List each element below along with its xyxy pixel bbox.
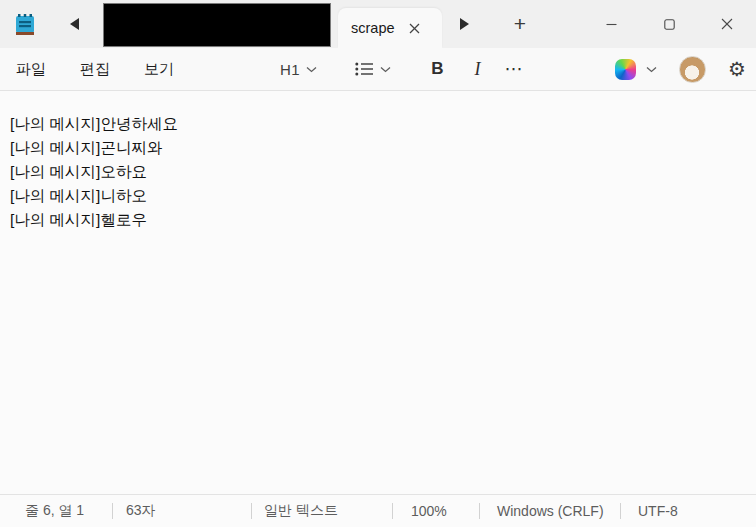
- heading-dropdown[interactable]: H1: [272, 54, 325, 84]
- redacted-tab[interactable]: [103, 3, 331, 47]
- close-icon: [721, 18, 733, 30]
- status-char-count: 63자: [113, 495, 251, 527]
- heading-label: H1: [280, 61, 300, 78]
- gear-icon[interactable]: ⚙: [728, 59, 746, 79]
- copilot-icon: [615, 59, 636, 80]
- editor-line: [나의 메시지]곤니찌와: [10, 136, 746, 160]
- editor-line: [나의 메시지]안녕하세요: [10, 112, 746, 136]
- status-zoom-level: 100%: [393, 495, 479, 527]
- status-doc-type: 일반 텍스트: [252, 495, 392, 527]
- user-avatar[interactable]: [679, 56, 706, 83]
- copilot-button[interactable]: [609, 55, 663, 84]
- italic-button[interactable]: I: [466, 54, 488, 84]
- list-dropdown[interactable]: [347, 54, 399, 84]
- bold-label: B: [431, 59, 443, 79]
- tab-scroll-right-button[interactable]: [452, 12, 476, 36]
- status-cursor-position: 줄 6, 열 1: [0, 495, 112, 527]
- ellipsis-icon: ⋯: [504, 64, 523, 74]
- status-encoding: UTF-8: [621, 495, 751, 527]
- notepad-window: scrape +: [0, 0, 756, 527]
- menu-edit[interactable]: 편집: [70, 54, 120, 85]
- tab-label: scrape: [351, 20, 397, 36]
- tab-close-button[interactable]: [403, 17, 425, 39]
- new-tab-button[interactable]: +: [506, 12, 534, 36]
- tab-scrape[interactable]: scrape: [338, 8, 442, 48]
- formatting-toolbar: H1 B: [272, 54, 531, 84]
- text-editor[interactable]: [나의 메시지]안녕하세요 [나의 메시지]곤니찌와 [나의 메시지]오하요 […: [0, 91, 756, 494]
- menu-view[interactable]: 보기: [134, 54, 184, 85]
- status-bar: 줄 6, 열 1 63자 일반 텍스트 100% Windows (CRLF) …: [0, 494, 756, 527]
- tab-scroll-left-button[interactable]: [62, 12, 86, 36]
- command-bar: 파일 편집 보기 H1: [0, 48, 756, 91]
- minimize-icon: [606, 19, 617, 30]
- toolbar-right-group: ⚙: [609, 55, 746, 84]
- status-line-ending: Windows (CRLF): [480, 495, 620, 527]
- chevron-down-icon: [306, 66, 317, 73]
- notepad-icon: [14, 13, 36, 37]
- bulleted-list-icon: [355, 62, 374, 76]
- close-icon: [409, 23, 420, 34]
- menu-bar: 파일 편집 보기: [6, 54, 184, 85]
- editor-line: [나의 메시지]오하요: [10, 160, 746, 184]
- maximize-icon: [664, 19, 675, 30]
- minimize-button[interactable]: [582, 0, 640, 48]
- triangle-right-icon: [460, 18, 469, 30]
- more-options-button[interactable]: ⋯: [496, 54, 531, 84]
- menu-file[interactable]: 파일: [6, 54, 56, 85]
- chevron-down-icon: [646, 66, 657, 73]
- triangle-left-icon: [70, 18, 79, 30]
- window-controls: [582, 0, 756, 48]
- editor-line: [나의 메시지]헬로우: [10, 208, 746, 232]
- italic-label: I: [474, 59, 480, 80]
- titlebar: scrape +: [0, 0, 756, 48]
- editor-line: [나의 메시지]니하오: [10, 184, 746, 208]
- chevron-down-icon: [380, 66, 391, 73]
- close-window-button[interactable]: [698, 0, 756, 48]
- maximize-button[interactable]: [640, 0, 698, 48]
- bold-button[interactable]: B: [423, 54, 451, 84]
